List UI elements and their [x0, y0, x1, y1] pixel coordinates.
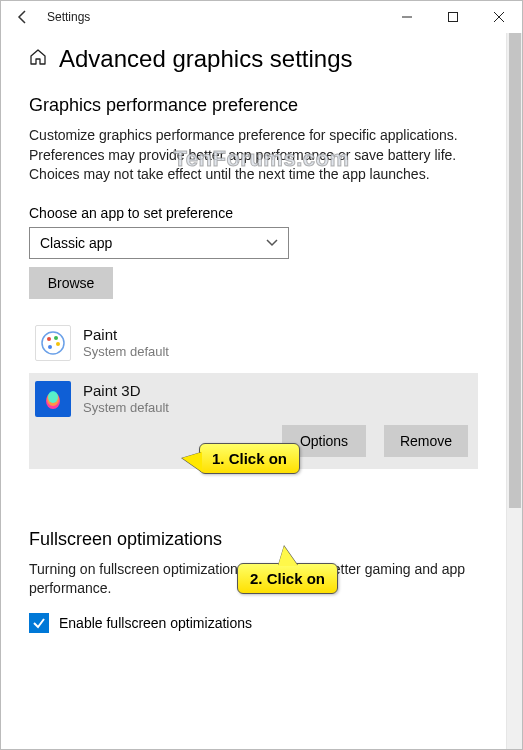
- app-subtitle: System default: [83, 344, 169, 360]
- paint-app-icon: [35, 325, 71, 361]
- graphics-heading: Graphics performance preference: [29, 95, 478, 116]
- app-name: Paint: [83, 326, 169, 344]
- app-type-dropdown[interactable]: Classic app: [29, 227, 289, 259]
- annotation-step1: 1. Click on: [199, 443, 300, 474]
- checkbox-checked-icon[interactable]: [29, 613, 49, 633]
- graphics-description: Customize graphics performance preferenc…: [29, 126, 478, 185]
- app-row-paint[interactable]: Paint System default: [29, 317, 478, 369]
- home-icon[interactable]: [29, 48, 47, 71]
- browse-button[interactable]: Browse: [29, 267, 113, 299]
- minimize-button[interactable]: [384, 1, 430, 33]
- maximize-button[interactable]: [430, 1, 476, 33]
- dropdown-value: Classic app: [40, 235, 112, 251]
- svg-rect-1: [449, 13, 458, 22]
- scrollbar-thumb[interactable]: [509, 33, 521, 508]
- titlebar: Settings: [1, 1, 522, 33]
- checkbox-label: Enable fullscreen optimizations: [59, 615, 252, 631]
- svg-point-7: [56, 342, 60, 346]
- fullscreen-checkbox-row[interactable]: Enable fullscreen optimizations: [29, 613, 478, 633]
- chevron-down-icon: [266, 236, 278, 250]
- window-title: Settings: [47, 10, 90, 24]
- svg-point-8: [48, 345, 52, 349]
- app-name: Paint 3D: [83, 382, 169, 400]
- page-header: Advanced graphics settings: [29, 45, 478, 73]
- svg-point-4: [42, 332, 64, 354]
- page-title: Advanced graphics settings: [59, 45, 353, 73]
- scrollbar-track[interactable]: [506, 33, 522, 750]
- back-button[interactable]: [9, 3, 37, 31]
- annotation-step2: 2. Click on: [237, 563, 338, 594]
- fullscreen-heading: Fullscreen optimizations: [29, 529, 478, 550]
- svg-point-11: [48, 391, 58, 403]
- close-button[interactable]: [476, 1, 522, 33]
- app-subtitle: System default: [83, 400, 169, 416]
- svg-point-6: [54, 336, 58, 340]
- paint3d-app-icon: [35, 381, 71, 417]
- choose-app-label: Choose an app to set preference: [29, 205, 478, 221]
- remove-button[interactable]: Remove: [384, 425, 468, 457]
- svg-point-5: [47, 337, 51, 341]
